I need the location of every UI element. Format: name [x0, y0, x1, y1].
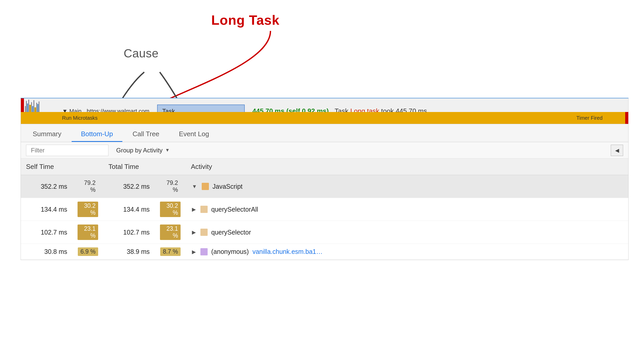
activity-name: (anonymous) — [211, 248, 249, 255]
cell-total-time: 102.7 ms — [103, 221, 155, 244]
cell-total-pct: 30.2 % — [155, 198, 186, 221]
expand-button[interactable]: ▶ — [191, 229, 197, 235]
cell-self-time: 134.4 ms — [21, 198, 72, 221]
activity-name: JavaScript — [213, 183, 243, 190]
table-row: 134.4 ms30.2 %134.4 ms30.2 %▶querySelect… — [21, 198, 628, 221]
table-row: 352.2 ms79.2 %352.2 ms79.2 %▼JavaScript — [21, 175, 628, 198]
tab-event-log[interactable]: Event Log — [170, 127, 218, 142]
cause-annotation: Cause — [124, 46, 158, 60]
filter-row: Group by Activity ▼ ◀ — [21, 142, 628, 159]
tab-summary[interactable]: Summary — [23, 127, 71, 142]
cell-total-pct: 8.7 % — [155, 244, 186, 260]
devtools-panel: ▼ Main https://www.walmart.com Task 445.… — [21, 98, 629, 260]
cell-total-pct: 23.1 % — [155, 221, 186, 244]
cell-self-pct: 79.2 % — [72, 175, 103, 198]
cell-self-time: 352.2 ms — [21, 175, 72, 198]
cell-activity: ▶querySelector — [186, 221, 628, 244]
cell-activity: ▶(anonymous)vanilla.chunk.esm.ba1… — [186, 244, 628, 260]
long-task-annotation: Long Task — [211, 12, 279, 28]
expand-button[interactable]: ▶ — [191, 206, 197, 212]
tab-call-tree[interactable]: Call Tree — [123, 127, 169, 142]
activity-link[interactable]: vanilla.chunk.esm.ba1… — [252, 248, 323, 255]
table-header-row: Self Time Total Time Activity — [21, 159, 628, 175]
activity-color-swatch — [200, 206, 208, 213]
col-total-time[interactable]: Total Time — [103, 159, 186, 175]
activity-name: querySelector — [211, 229, 251, 236]
expand-button[interactable]: ▼ — [191, 184, 198, 189]
tab-bottom-up[interactable]: Bottom-Up — [72, 127, 122, 142]
bottom-up-table: Self Time Total Time Activity 352.2 ms79… — [21, 159, 628, 260]
group-by-dropdown[interactable]: Group by Activity ▼ — [116, 147, 170, 154]
cell-activity: ▶querySelectorAll — [186, 198, 628, 221]
table-row: 30.8 ms6.9 %38.9 ms8.7 %▶(anonymous)vani… — [21, 244, 628, 260]
cell-self-pct: 23.1 % — [72, 221, 103, 244]
timeline-bar: ▼ Main https://www.walmart.com Task 445.… — [21, 98, 628, 124]
tabs-row: Summary Bottom-Up Call Tree Event Log — [21, 124, 628, 142]
cell-self-time: 102.7 ms — [21, 221, 72, 244]
col-activity[interactable]: Activity — [186, 159, 628, 175]
cell-self-pct: 30.2 % — [72, 198, 103, 221]
table-row: 102.7 ms23.1 %102.7 ms23.1 %▶querySelect… — [21, 221, 628, 244]
row2-label: Run Microtasks — [21, 115, 98, 121]
cell-total-pct: 79.2 % — [155, 175, 186, 198]
cell-self-pct: 6.9 % — [72, 244, 103, 260]
cell-activity: ▼JavaScript — [186, 175, 628, 198]
activity-color-swatch — [202, 183, 209, 190]
activity-color-swatch — [200, 229, 208, 236]
col-self-time[interactable]: Self Time — [21, 159, 103, 175]
cell-self-time: 30.8 ms — [21, 244, 72, 260]
red-marker-right — [625, 112, 628, 124]
cell-total-time: 38.9 ms — [103, 244, 155, 260]
activity-name: querySelectorAll — [211, 206, 258, 213]
cell-total-time: 352.2 ms — [103, 175, 155, 198]
panel-toggle-button[interactable]: ◀ — [611, 145, 623, 156]
filter-input[interactable] — [26, 145, 108, 156]
dropdown-arrow-icon: ▼ — [165, 148, 170, 153]
activity-color-swatch — [200, 248, 208, 255]
cell-total-time: 134.4 ms — [103, 198, 155, 221]
expand-button[interactable]: ▶ — [191, 249, 197, 255]
row2-right-label: Timer Fired — [577, 115, 603, 121]
